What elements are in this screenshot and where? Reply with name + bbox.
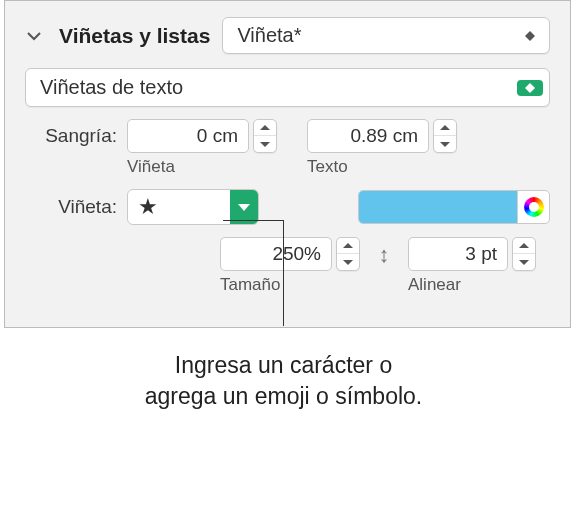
bullet-type-popup[interactable]: Viñetas de texto — [25, 68, 550, 107]
bullet-indent-field[interactable]: 0 cm — [127, 119, 249, 153]
bullet-menu-button[interactable] — [230, 190, 258, 224]
color-picker-button[interactable] — [517, 191, 549, 223]
bullet-char-label: Viñeta: — [25, 196, 117, 218]
align-sublabel: Alinear — [408, 275, 536, 295]
bullet-indent-sublabel: Viñeta — [127, 157, 277, 177]
chevron-down-icon — [27, 29, 41, 43]
callout-line — [283, 220, 284, 326]
vertical-align-icon: ↕ — [372, 237, 396, 268]
list-style-value: Viñeta* — [237, 24, 301, 47]
color-swatch — [359, 191, 517, 223]
bullet-color-well[interactable] — [358, 190, 550, 224]
bullet-indent-stepper[interactable] — [253, 119, 277, 153]
bullet-type-value: Viñetas de texto — [40, 76, 183, 99]
bullet-align-field[interactable]: 3 pt — [408, 237, 508, 271]
bullet-size-stepper[interactable] — [336, 237, 360, 271]
chevron-updown-icon — [521, 31, 539, 41]
color-wheel-icon — [524, 197, 544, 217]
text-indent-field[interactable]: 0.89 cm — [307, 119, 429, 153]
bullet-symbol: ★ — [128, 194, 230, 220]
indent-label: Sangría: — [25, 119, 117, 147]
bullet-size-field[interactable]: 250% — [220, 237, 332, 271]
list-style-popup[interactable]: Viñeta* — [222, 17, 550, 54]
bullets-lists-panel: Viñetas y listas Viñeta* Viñetas de text… — [4, 0, 571, 328]
chevron-updown-icon — [517, 80, 543, 96]
section-title: Viñetas y listas — [59, 24, 210, 48]
chevron-down-icon — [238, 204, 250, 211]
size-sublabel: Tamaño — [220, 275, 360, 295]
text-indent-stepper[interactable] — [433, 119, 457, 153]
bullet-align-stepper[interactable] — [512, 237, 536, 271]
callout-caption: Ingresa un carácter o agrega un emoji o … — [0, 350, 567, 412]
disclosure-toggle[interactable] — [25, 27, 43, 45]
text-indent-sublabel: Texto — [307, 157, 457, 177]
